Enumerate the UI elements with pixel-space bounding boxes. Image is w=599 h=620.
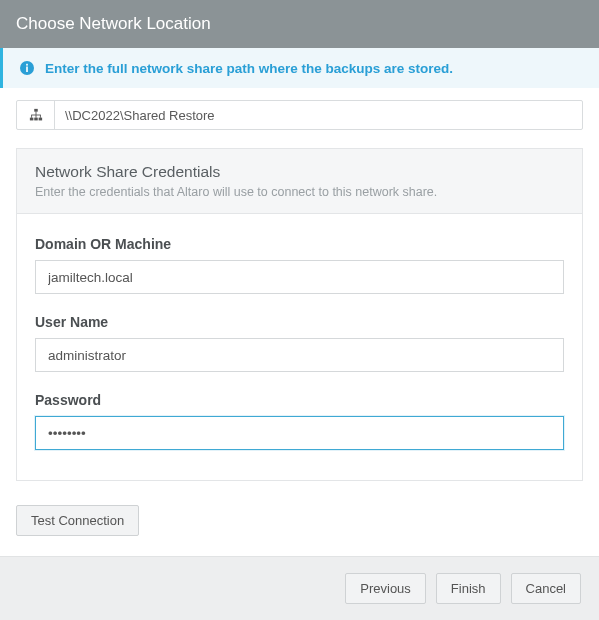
credentials-panel-header: Network Share Credentials Enter the cred… <box>17 149 582 214</box>
svg-rect-5 <box>34 118 38 121</box>
domain-label: Domain OR Machine <box>35 236 564 252</box>
network-path-field[interactable]: \\DC2022\Shared Restore <box>16 100 583 130</box>
previous-button[interactable]: Previous <box>345 573 426 604</box>
username-input[interactable] <box>35 338 564 372</box>
svg-rect-7 <box>35 112 36 116</box>
dialog-footer: Previous Finish Cancel <box>0 556 599 620</box>
svg-rect-1 <box>26 67 28 73</box>
domain-input[interactable] <box>35 260 564 294</box>
password-input[interactable] <box>35 416 564 450</box>
username-label: User Name <box>35 314 564 330</box>
sitemap-icon <box>17 101 55 129</box>
info-banner: Enter the full network share path where … <box>0 48 599 88</box>
svg-rect-2 <box>26 64 28 66</box>
test-connection-button[interactable]: Test Connection <box>16 505 139 536</box>
svg-rect-4 <box>29 118 33 121</box>
svg-rect-10 <box>35 115 36 118</box>
password-label: Password <box>35 392 564 408</box>
svg-rect-6 <box>38 118 42 121</box>
dialog-header: Choose Network Location <box>0 0 599 48</box>
network-path-value: \\DC2022\Shared Restore <box>55 101 582 129</box>
credentials-panel-title: Network Share Credentials <box>35 163 564 181</box>
svg-rect-11 <box>39 115 40 118</box>
credentials-panel-subtitle: Enter the credentials that Altaro will u… <box>35 185 564 199</box>
svg-rect-9 <box>31 115 32 118</box>
finish-button[interactable]: Finish <box>436 573 501 604</box>
info-icon <box>19 60 35 76</box>
cancel-button[interactable]: Cancel <box>511 573 581 604</box>
svg-rect-3 <box>34 109 38 112</box>
info-message: Enter the full network share path where … <box>45 61 453 76</box>
credentials-panel: Network Share Credentials Enter the cred… <box>16 148 583 481</box>
dialog-title: Choose Network Location <box>16 14 211 34</box>
